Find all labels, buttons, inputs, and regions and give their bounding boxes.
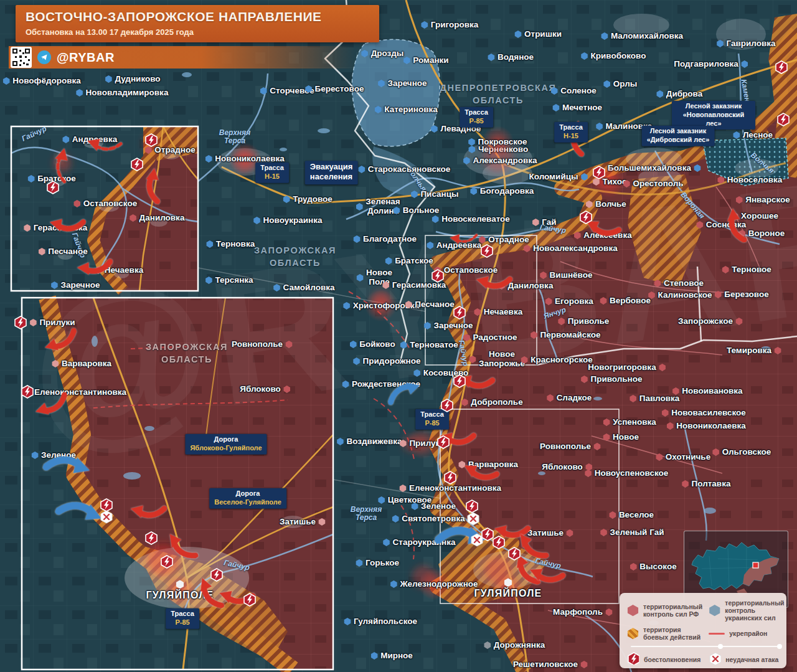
town-name: Варваровка [62,359,111,369]
town-pin [344,618,351,625]
town-name: Прилуки [39,318,75,328]
town-pin [470,187,478,195]
attack-arrow-red [129,496,167,524]
town-pin [601,32,608,40]
map-location-marker [753,562,758,568]
town-label: Первомайское [530,331,600,340]
town-name: Григоровка [431,21,478,30]
town-label: Новое Запорожье [469,350,525,368]
town-name: Степовое [664,279,704,288]
town-pin [463,157,470,164]
town-pin [573,232,581,239]
town-label: Благодатное [353,235,417,244]
town-label: Запорожское [678,317,743,326]
town-label: Прилуки [29,318,75,328]
town-name: Волчье [595,200,626,209]
ua-control-icon [709,605,720,617]
town-name: Хорошее [741,212,778,221]
clash-icon [453,306,466,319]
town-name: Придорожное [363,357,421,366]
town-label: Воздвижевка [336,437,402,447]
town-pin [2,77,10,85]
town-pin [656,453,663,461]
town-label: Берестовое [305,85,364,94]
road-label-line1: Лесной заказник [677,102,750,111]
attack-arrow-blue [54,491,106,533]
town-pin [735,196,743,204]
town-pin [31,452,39,459]
town-pin [427,242,434,249]
town-label: Яблоково [240,385,291,394]
town-pin [530,331,537,339]
town-name: Успеновка [613,418,656,427]
town-pin [285,341,293,348]
clash-icon [492,536,506,549]
legend-item-label: территориальный контроль украинских сил [725,599,784,622]
town-pin [609,511,616,519]
road-label-line2: Р-85 [171,618,194,627]
clash-icon [210,568,224,582]
town-pin [585,470,592,477]
town-pin [774,347,781,354]
town-name: Новоскелеватое [441,215,510,224]
town-name: Зеленое [421,502,456,511]
town-name: Маломихайловка [611,32,683,41]
town-pin [374,106,382,113]
road-label-box: ДорогаВеселое-Гуляйполе [209,488,286,509]
town-label: Подгавриловка [674,60,748,69]
town-pin [593,443,601,450]
town-label: Придорожное [353,357,421,366]
town-label: Орлы [603,80,638,89]
town-pin [600,297,607,305]
road-label-line2: населения [310,173,353,182]
town-label: Отришки [514,30,562,39]
town-pin [741,60,748,68]
town-pin [399,485,407,492]
road-label-line2: Н-15 [260,173,284,181]
town-label: Березовое [714,290,768,300]
town-pin [504,578,512,587]
town-name: Водяное [498,53,534,62]
town-pin [580,661,588,668]
town-name: Диброва [666,90,702,99]
town-label: Затишье [280,518,326,527]
attack-arrow-blue [42,446,93,486]
town-pin [514,31,522,38]
road-label-line1: Трасса [171,610,194,618]
town-name: Новогригоровка [588,363,656,372]
town-pin [273,284,281,291]
town-pin [305,85,313,93]
qr-pattern [12,49,30,66]
town-pin [733,131,740,139]
town-label: Самойловка [273,283,335,293]
town-label: Писанцы [410,190,458,199]
town-pin [623,180,630,187]
clash-icon [440,399,454,412]
town-pin [176,580,184,589]
town-pin [336,438,344,445]
legend-item-label: неудачная атака [725,656,778,663]
town-name: Веселое [619,511,654,520]
town-label: Песчаное [405,300,454,310]
town-label: Железнодорожное [390,580,478,589]
legend-item-label: укрепрайон [729,630,767,637]
town-pin [432,215,439,223]
town-label: Даниловка [130,214,185,223]
town-pin [144,146,152,154]
town-label: Маломихайловка [601,32,683,41]
town-name: Воздвижевка [346,437,402,447]
town-label: Егоровка [545,297,593,306]
fortified-line-icon [709,633,725,635]
town-name: Новоалександровка [533,244,617,253]
town-name: Даниловка [139,214,185,223]
qr-code-icon [11,47,32,68]
attack-arrow-red [85,129,125,159]
town-pin [205,155,212,163]
town-name: Красногорское [531,356,593,365]
town-name: Нововладимировка [86,88,169,98]
town-label: Ольговское [712,448,771,457]
town-pin [385,257,392,265]
town-label: Еленоконстантиновка [24,388,126,397]
town-pin [62,136,70,143]
town-name: Новое Запорожье [479,350,525,368]
